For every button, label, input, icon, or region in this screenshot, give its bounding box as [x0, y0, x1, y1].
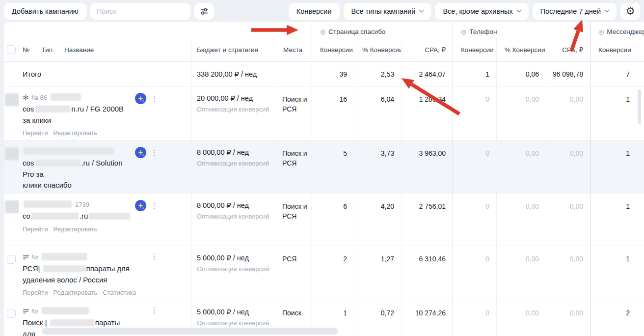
strategy-label: Оптимизация конверсий — [197, 265, 278, 273]
campaign-cell: 1739 co.ru ПерейтиРедактировать ⋮ — [19, 194, 162, 246]
campaign-cell: № РСЯ| ппараты дляудаления волос / Росси… — [19, 246, 162, 300]
campaign-title: cos.ru / Solution Pro заклики спасибо — [23, 158, 158, 191]
metric-value: 0,00 — [496, 300, 546, 336]
strategy-label: Оптимизация конверсий — [197, 319, 278, 327]
table-row[interactable]: № 86 cosn.ru / FG 2000B за клики Перейти… — [4, 86, 644, 140]
totals-budget: 338 200,00 ₽ / нед — [191, 62, 278, 86]
group-thanks-page: ◎ Страница спасибо — [312, 22, 453, 38]
campaigns-page: Добавить кампанию Конверсии Все типы кам… — [0, 0, 644, 336]
campaign-cell: № 86 cosn.ru / FG 2000B за клики Перейти… — [19, 86, 162, 140]
table-row[interactable]: cos.ru / Solution Pro заклики спасибо Пе… — [4, 140, 644, 193]
cpa-column-header[interactable]: CPA, ₽ — [546, 38, 590, 61]
metrics-preset-button[interactable]: Конверсии — [289, 3, 340, 20]
filters-button[interactable] — [194, 3, 214, 20]
strategy-label: Оптимизация конверсий — [197, 213, 278, 220]
chevron-down-icon — [419, 8, 424, 13]
metric-value: 2 — [590, 300, 637, 336]
totals-metric: 0,06 — [496, 62, 546, 86]
redacted-text — [89, 213, 130, 220]
redacted-checkbox — [5, 147, 19, 160]
campaign-link[interactable]: Редактировать — [54, 129, 98, 137]
totals-metric: 2 464,07 — [401, 62, 453, 86]
totals-row: Итого 338 200,00 ₽ / нед 39 2,53 2 464,0… — [4, 61, 644, 86]
campaign-link[interactable]: Статистика — [103, 289, 136, 296]
metric-value: 0,00 — [546, 246, 590, 300]
row-checkbox-cell[interactable] — [4, 300, 19, 336]
add-campaign-button[interactable]: Добавить кампанию — [4, 3, 86, 20]
places-value: Поиск и РСЯ — [278, 194, 312, 246]
redacted-text — [50, 319, 94, 326]
name-column-header[interactable]: №ТипНазвание — [19, 38, 162, 61]
cpa-column-header[interactable]: CPA, ₽ — [401, 38, 453, 61]
campaign-link[interactable]: Редактировать — [54, 225, 98, 233]
places-column-header[interactable]: Места — [278, 38, 312, 61]
campaign-link[interactable]: Перейти — [23, 289, 48, 296]
archive-filter-dropdown[interactable]: Все, кроме архивных — [435, 3, 528, 20]
horizontal-scrollbar[interactable] — [42, 328, 338, 335]
vertical-scrollbar[interactable] — [638, 89, 641, 124]
conversions-column-header[interactable]: Конверсии — [312, 38, 354, 61]
metric-value: 4,20 — [354, 194, 401, 246]
campaign-title: co.ru — [23, 211, 158, 222]
kebab-menu-icon[interactable]: ⋮ — [151, 95, 158, 102]
metric-value: 0 — [453, 86, 496, 140]
metric-value: 0,00 — [546, 140, 590, 193]
table-row[interactable]: № РСЯ| ппараты дляудаления волос / Росси… — [4, 246, 644, 300]
row-checkbox-cell[interactable] — [4, 86, 19, 140]
row-checkbox[interactable] — [7, 255, 16, 264]
campaign-cell: cos.ru / Solution Pro заклики спасибо Пе… — [19, 140, 162, 193]
conversions-column-header[interactable]: Конверсии — [590, 38, 637, 61]
conv-rate-column-header[interactable]: % Конверсии — [637, 38, 644, 61]
row-checkbox-cell[interactable] — [4, 194, 19, 246]
select-all-checkbox[interactable] — [7, 45, 16, 54]
ai-badge-icon — [135, 147, 146, 158]
row-checkbox[interactable] — [7, 309, 16, 318]
date-range-dropdown[interactable]: Последние 7 дней — [533, 3, 617, 20]
strategy-label: Оптимизация конверсий — [197, 160, 278, 167]
table-group-header: ◎ Страница спасибо ◎ Телефон ◎ Мессендже… — [4, 22, 644, 38]
kebab-menu-icon[interactable]: ⋮ — [151, 149, 158, 156]
totals-metric: 2,53 — [354, 62, 401, 86]
metric-value: 16 — [312, 86, 354, 140]
campaign-link[interactable]: Перейти — [23, 225, 48, 233]
text-campaign-icon — [23, 254, 29, 260]
text-campaign-icon — [23, 308, 29, 314]
totals-label: Итого — [19, 62, 162, 86]
redacted-text — [43, 265, 85, 272]
redacted-text — [51, 93, 81, 101]
table-row[interactable]: 1739 co.ru ПерейтиРедактировать ⋮ 8 000,… — [4, 193, 644, 246]
group-messenger: ◎ Мессенджер — [590, 22, 644, 38]
campaign-link[interactable]: Редактировать — [54, 289, 98, 296]
redacted-text — [42, 253, 87, 260]
conv-rate-column-header[interactable]: % Конверсии — [496, 38, 546, 61]
search-input[interactable] — [97, 7, 184, 15]
kebab-menu-icon[interactable]: ⋮ — [151, 307, 158, 314]
conversions-column-header[interactable]: Конверсии — [453, 38, 496, 61]
conv-rate-column-header[interactable]: % Конверсии — [354, 38, 401, 61]
search-box[interactable] — [90, 3, 190, 20]
settings-button[interactable]: ⚙ — [620, 3, 640, 20]
chevron-down-icon — [516, 8, 521, 13]
redacted-text — [35, 160, 80, 167]
metric-value: 0,00 — [496, 86, 546, 140]
row-checkbox-cell[interactable] — [4, 246, 19, 300]
budget-cell: 8 000,00 ₽ / нед Оптимизация конверсий — [191, 194, 278, 246]
metric-value: 2 — [312, 246, 354, 300]
metric-value: 0,00 — [546, 194, 590, 246]
archive-filter-label: Все, кроме архивных — [443, 7, 512, 15]
campaign-types-label: Все типы кампаний — [351, 7, 416, 15]
campaign-link[interactable]: Перейти — [23, 129, 48, 137]
metric-value: 1,27 — [354, 246, 401, 300]
totals-metric: 39 — [312, 62, 354, 86]
metric-value: 0,00 — [546, 86, 590, 140]
campaign-types-dropdown[interactable]: Все типы кампаний — [344, 3, 431, 20]
campaign-links: ПерейтиРедактироватьСтатистика — [23, 289, 158, 296]
totals-metric: 7 — [590, 62, 637, 86]
row-checkbox-cell[interactable] — [4, 140, 19, 193]
chevron-down-icon — [605, 8, 610, 13]
kebab-menu-icon[interactable]: ⋮ — [151, 252, 158, 260]
budget-column-header[interactable]: Бюджет и стратегия — [191, 38, 278, 61]
kebab-menu-icon[interactable]: ⋮ — [151, 202, 158, 209]
metric-value: 1 — [590, 86, 637, 140]
metric-value: 6 310,46 — [401, 246, 453, 300]
